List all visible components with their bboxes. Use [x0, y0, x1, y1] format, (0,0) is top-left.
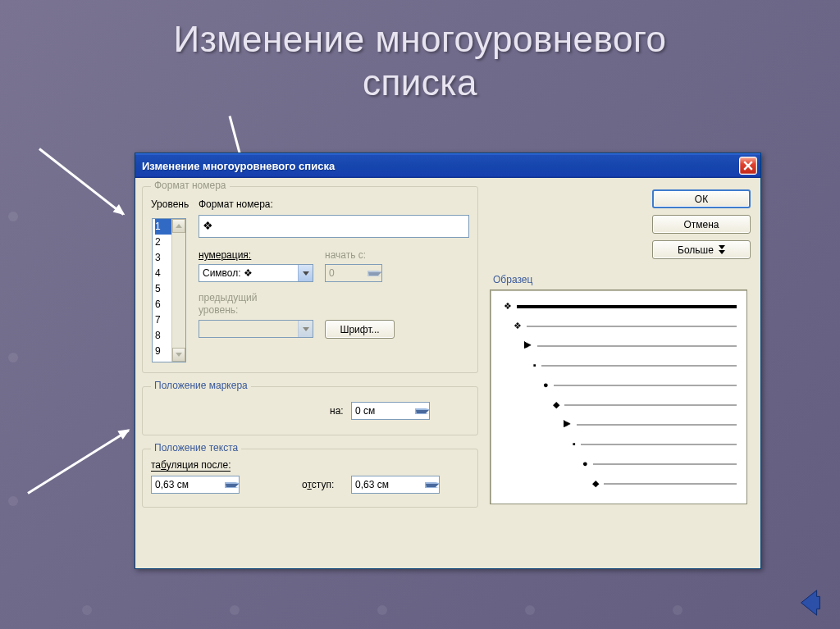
marker-at-spinner[interactable]: 0 см	[351, 402, 430, 420]
bullet-icon: ▪	[533, 364, 536, 367]
format-label: Формат номера:	[199, 198, 273, 210]
scroll-down-button[interactable]	[172, 348, 185, 362]
prev-level-combo	[199, 320, 313, 338]
preview-row: ▪	[573, 443, 737, 445]
numbering-label: нумерация:	[199, 249, 251, 261]
arrow-up-icon	[176, 224, 182, 228]
indent-spinner[interactable]: 0,63 см	[351, 476, 440, 494]
close-button[interactable]	[739, 157, 757, 175]
bullet-icon: ⯈	[523, 344, 532, 347]
prev-level-label: предыдущий уровень:	[199, 292, 258, 317]
pointer-arrow	[27, 429, 130, 494]
group-number-format: Формат номера Уровень Формат номера: 123…	[142, 186, 478, 373]
arrow-down-icon	[176, 353, 182, 357]
preview-row: ●	[543, 384, 737, 386]
dialog-titlebar: Изменение многоуровневого списка	[135, 153, 760, 178]
cancel-button[interactable]: Отмена	[652, 215, 751, 234]
start-at-spinner: 0	[325, 264, 382, 282]
level-item[interactable]: 1	[155, 219, 171, 235]
numbering-combo[interactable]: Символ: ❖	[199, 264, 313, 282]
bullet-icon: ◆	[553, 403, 559, 406]
chevron-down-icon	[719, 245, 725, 254]
indent-label: отступ:	[302, 479, 334, 490]
preview-row: ⯈	[523, 344, 737, 347]
spinner-buttons[interactable]	[425, 482, 439, 488]
bullet-icon: ▪	[573, 443, 576, 445]
tab-after-label: табуляция после:	[151, 459, 231, 471]
font-button[interactable]: Шрифт...	[325, 320, 395, 339]
bullet-icon: ❖	[504, 305, 512, 308]
preview-line	[527, 326, 737, 327]
preview-row: ●	[582, 463, 737, 465]
preview-line	[541, 365, 737, 367]
scroll-up-button[interactable]	[172, 219, 185, 233]
arrow-down-icon	[426, 484, 439, 488]
spinner-buttons	[368, 271, 381, 276]
dialog-title: Изменение многоуровневого списка	[142, 160, 335, 172]
scrollbar[interactable]	[171, 219, 185, 362]
nav-prev-icon	[795, 587, 826, 618]
spinner-buttons[interactable]	[415, 408, 429, 414]
arrow-up-icon	[416, 408, 429, 409]
preview-row: ▪	[533, 364, 737, 367]
arrow-up-icon	[226, 482, 239, 483]
level-item[interactable]: 9	[155, 344, 171, 359]
close-icon	[743, 161, 753, 171]
level-item[interactable]: 3	[155, 250, 171, 266]
chevron-down-icon	[303, 271, 309, 276]
level-item[interactable]: 6	[155, 297, 171, 312]
bullet-icon: ●	[543, 384, 549, 386]
ok-button[interactable]: ОК	[652, 189, 751, 208]
group-preview: Образец ❖❖⯈▪●◆⯈▪●◆	[490, 281, 747, 508]
level-label: Уровень	[151, 198, 189, 210]
arrow-up-icon	[426, 482, 439, 483]
level-item[interactable]: 8	[155, 328, 171, 344]
preview-line	[564, 404, 737, 406]
preview-box: ❖❖⯈▪●◆⯈▪●◆	[490, 289, 747, 504]
slide-title: Изменение многоуровневого списка	[0, 0, 840, 105]
bullet-icon: ❖	[514, 325, 522, 327]
group-marker-legend: Положение маркера	[151, 380, 251, 391]
group-marker-position: Положение маркера на: 0 см	[142, 386, 478, 435]
arrow-down-icon	[416, 410, 429, 414]
dropdown-button[interactable]	[298, 265, 313, 281]
preview-row: ⯈	[563, 423, 737, 426]
preview-row: ❖	[514, 325, 737, 327]
group-preview-legend: Образец	[490, 274, 536, 285]
preview-line	[554, 385, 737, 386]
marker-at-label: на:	[330, 405, 344, 417]
preview-row: ◆	[592, 482, 737, 485]
start-at-label: начать с:	[325, 249, 366, 261]
nav-prev-button[interactable]	[792, 585, 829, 621]
level-item[interactable]: 4	[155, 266, 171, 281]
preview-row: ◆	[553, 403, 737, 406]
spinner-buttons[interactable]	[225, 482, 239, 488]
bullet-icon: ◆	[592, 482, 599, 485]
pointer-arrow	[39, 148, 124, 215]
arrow-down-icon	[226, 484, 239, 488]
level-item[interactable]: 5	[155, 281, 171, 297]
number-format-input[interactable]: ❖	[199, 215, 469, 238]
preview-line	[537, 345, 737, 347]
preview-line	[593, 463, 737, 465]
preview-row: ❖	[504, 305, 737, 308]
group-text-position: Положение текста табуляция после: 0,63 с…	[142, 449, 478, 508]
more-button[interactable]: Больше	[652, 240, 751, 259]
preview-line	[517, 305, 737, 308]
preview-line	[577, 424, 737, 426]
tab-after-spinner[interactable]: 0,63 см	[151, 476, 240, 494]
bullet-icon: ●	[582, 463, 588, 465]
level-item[interactable]: 2	[155, 235, 171, 250]
group-text-legend: Положение текста	[151, 442, 241, 454]
level-listbox[interactable]: 123456789	[152, 218, 186, 362]
dialog-multilevel-list: Изменение многоуровневого списка ОК Отме…	[135, 153, 761, 569]
level-item[interactable]: 7	[155, 312, 171, 328]
bullet-icon: ⯈	[563, 423, 572, 426]
group-number-format-legend: Формат номера	[151, 180, 230, 191]
preview-line	[581, 444, 737, 445]
preview-line	[604, 483, 737, 485]
